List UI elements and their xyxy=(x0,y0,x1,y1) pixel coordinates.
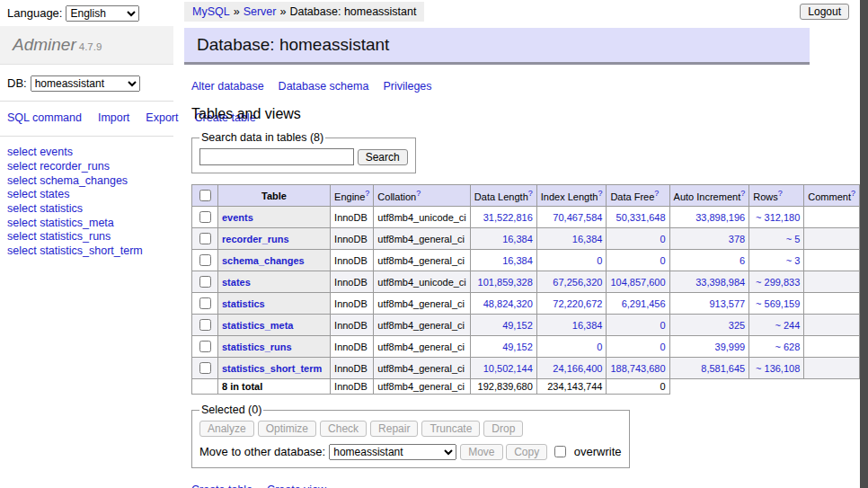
value-link-data-free[interactable]: 0 xyxy=(660,255,665,266)
column-header-label: Data Length xyxy=(474,191,528,202)
value-link-rows[interactable]: ~ 3 xyxy=(786,255,801,266)
value-link-data-length[interactable]: 48,824,320 xyxy=(483,298,533,309)
select-all-checkbox[interactable] xyxy=(199,190,211,201)
logout-button[interactable]: Logout xyxy=(800,4,849,20)
move-button[interactable]: Move xyxy=(460,444,502,460)
breadcrumb-item[interactable]: Server xyxy=(244,5,277,18)
sidebar-select-events[interactable]: select events xyxy=(7,146,166,160)
value-link-auto-increment[interactable]: 378 xyxy=(729,234,745,244)
value-link-index-length[interactable]: 0 xyxy=(597,255,602,266)
row-checkbox[interactable] xyxy=(199,211,211,223)
sidebar-select-schema_changes[interactable]: select schema_changes xyxy=(7,174,166,189)
value-link-rows[interactable]: ~ 244 xyxy=(775,320,800,331)
row-checkbox[interactable] xyxy=(199,276,211,288)
value-link-index-length[interactable]: 72,220,672 xyxy=(553,298,602,309)
help-link[interactable]: ? xyxy=(528,189,533,198)
value-link-data-free[interactable]: 188,743,680 xyxy=(610,363,665,374)
value-link-data-free[interactable]: 0 xyxy=(660,342,665,352)
link-privileges[interactable]: Privileges xyxy=(383,80,431,93)
db-select[interactable]: homeassistant xyxy=(31,75,140,92)
value-link-index-length[interactable]: 16,384 xyxy=(572,320,603,331)
link-database-schema[interactable]: Database schema xyxy=(279,80,369,93)
help-link[interactable]: ? xyxy=(654,189,659,198)
table-link-statistics_short_term[interactable]: statistics_short_term xyxy=(222,363,322,374)
table-link-schema_changes[interactable]: schema_changes xyxy=(222,255,305,266)
row-checkbox[interactable] xyxy=(199,254,211,266)
value-link-auto-increment[interactable]: 39,999 xyxy=(715,342,746,352)
row-checkbox[interactable] xyxy=(199,319,211,331)
overwrite-checkbox[interactable] xyxy=(554,446,566,457)
value-link-rows[interactable]: ~ 628 xyxy=(775,342,800,352)
search-button[interactable]: Search xyxy=(358,149,408,165)
optimize-button[interactable]: Optimize xyxy=(258,421,316,437)
column-header-label: Data Free xyxy=(610,191,654,202)
value-link-rows[interactable]: ~ 136,108 xyxy=(756,363,800,374)
value-link-index-length[interactable]: 0 xyxy=(597,342,602,352)
value-link-data-length[interactable]: 10,502,144 xyxy=(483,363,533,374)
sidebar-link-sql-command[interactable]: SQL command xyxy=(7,111,82,124)
sidebar-select-states[interactable]: select states xyxy=(7,188,166,202)
value-link-data-free[interactable]: 50,331,648 xyxy=(616,212,666,223)
search-input[interactable] xyxy=(199,148,354,165)
value-link-auto-increment[interactable]: 913,577 xyxy=(709,298,745,309)
link-alter-database[interactable]: Alter database xyxy=(191,80,264,93)
sidebar-select-statistics_meta[interactable]: select statistics_meta xyxy=(7,217,166,231)
link-create-view[interactable]: Create view xyxy=(267,484,326,488)
row-checkbox[interactable] xyxy=(199,362,211,374)
value-link-rows[interactable]: ~ 312,180 xyxy=(756,212,800,223)
value-link-rows[interactable]: ~ 299,833 xyxy=(756,277,800,288)
help-link[interactable]: ? xyxy=(778,189,783,198)
help-link[interactable]: ? xyxy=(365,189,369,198)
help-link[interactable]: ? xyxy=(416,189,421,198)
repair-button[interactable]: Repair xyxy=(370,421,418,437)
sidebar-select-recorder_runs[interactable]: select recorder_runs xyxy=(7,160,166,174)
row-checkbox[interactable] xyxy=(199,341,211,352)
value-link-data-length[interactable]: 16,384 xyxy=(502,234,533,244)
value-link-auto-increment[interactable]: 33,898,196 xyxy=(695,212,745,223)
help-link[interactable]: ? xyxy=(740,189,745,198)
row-checkbox[interactable] xyxy=(199,297,211,309)
value-link-data-free[interactable]: 0 xyxy=(660,234,665,244)
row-checkbox[interactable] xyxy=(199,233,211,244)
language-select[interactable]: English xyxy=(66,5,139,22)
value-link-data-free[interactable]: 104,857,600 xyxy=(610,277,665,288)
value-link-data-length[interactable]: 49,152 xyxy=(502,342,533,352)
check-button[interactable]: Check xyxy=(320,421,367,437)
sidebar-link-import[interactable]: Import xyxy=(98,111,129,124)
value-link-auto-increment[interactable]: 325 xyxy=(729,320,745,331)
value-link-data-length[interactable]: 16,384 xyxy=(502,255,533,266)
table-link-events[interactable]: events xyxy=(222,212,253,223)
sidebar-select-statistics[interactable]: select statistics xyxy=(7,202,166,217)
help-link[interactable]: ? xyxy=(851,189,855,198)
table-link-statistics_meta[interactable]: statistics_meta xyxy=(222,320,294,331)
copy-button[interactable]: Copy xyxy=(506,444,547,460)
value-link-data-free[interactable]: 0 xyxy=(660,320,665,331)
value-link-index-length[interactable]: 16,384 xyxy=(572,234,603,244)
truncate-button[interactable]: Truncate xyxy=(421,421,480,437)
table-link-statistics[interactable]: statistics xyxy=(222,298,265,309)
link-create-table[interactable]: Create table xyxy=(191,484,252,488)
value-link-auto-increment[interactable]: 8,581,645 xyxy=(701,363,745,374)
value-link-auto-increment[interactable]: 33,398,984 xyxy=(695,277,745,288)
table-link-statistics_runs[interactable]: statistics_runs xyxy=(222,342,292,352)
drop-button[interactable]: Drop xyxy=(483,421,523,437)
value-link-data-free[interactable]: 6,291,456 xyxy=(622,298,666,309)
value-link-index-length[interactable]: 24,166,400 xyxy=(553,363,602,374)
value-link-index-length[interactable]: 70,467,584 xyxy=(553,212,602,223)
sidebar-select-statistics_runs[interactable]: select statistics_runs xyxy=(7,230,166,244)
table-link-recorder_runs[interactable]: recorder_runs xyxy=(222,234,289,244)
value-link-data-length[interactable]: 31,522,816 xyxy=(483,212,533,223)
sidebar-select-statistics_short_term[interactable]: select statistics_short_term xyxy=(7,244,166,259)
value-link-rows[interactable]: ~ 569,159 xyxy=(756,298,800,309)
help-link[interactable]: ? xyxy=(598,189,602,198)
move-database-select[interactable]: homeassistant xyxy=(329,444,456,460)
value-link-auto-increment[interactable]: 6 xyxy=(740,255,745,266)
vertical-scrollbar[interactable] xyxy=(860,0,868,488)
value-link-data-length[interactable]: 101,859,328 xyxy=(478,277,533,288)
value-link-data-length[interactable]: 49,152 xyxy=(502,320,533,331)
breadcrumb-item[interactable]: MySQL xyxy=(192,5,230,18)
value-link-index-length[interactable]: 67,256,320 xyxy=(553,277,602,288)
value-link-rows[interactable]: ~ 5 xyxy=(786,234,801,244)
analyze-button[interactable]: Analyze xyxy=(199,421,254,437)
table-link-states[interactable]: states xyxy=(222,277,251,288)
